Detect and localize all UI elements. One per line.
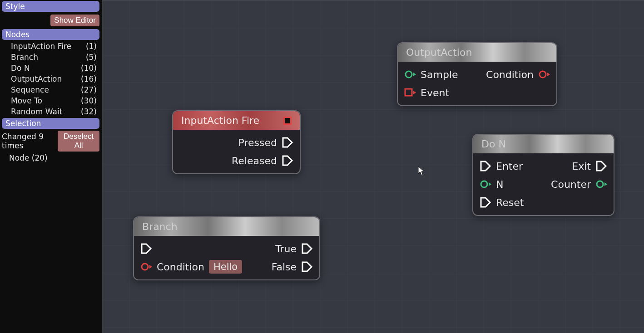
node-header[interactable]: Branch — [134, 217, 319, 236]
port-row: Sample Condition — [404, 65, 550, 83]
node-entry-count: (27) — [81, 85, 97, 94]
node-body: Pressed Released — [173, 130, 300, 173]
port-label: True — [275, 243, 297, 255]
node-entry-count: (10) — [81, 64, 97, 73]
input-port[interactable]: Event — [404, 87, 449, 98]
selection-header[interactable]: Selection — [2, 118, 99, 129]
port-label: N — [496, 179, 503, 190]
graph-canvas[interactable]: InputAction Fire Pressed Released — [102, 0, 644, 333]
port-row: Event — [404, 83, 550, 102]
output-port[interactable]: Condition — [486, 69, 550, 80]
node-title: Branch — [142, 221, 178, 232]
port-row: N Counter — [480, 175, 607, 193]
input-port[interactable]: Sample — [404, 69, 458, 80]
node-entry[interactable]: InputAction Fire (1) — [2, 41, 99, 52]
port-label: Pressed — [238, 137, 277, 148]
exec-port-icon — [282, 137, 293, 148]
port-label: Sample — [421, 69, 458, 80]
node-entry[interactable]: Sequence (27) — [2, 84, 99, 95]
port-label: Event — [421, 87, 449, 98]
node-title: InputAction Fire — [181, 115, 259, 126]
node-output-action[interactable]: OutputAction Sample Condition — [397, 42, 557, 106]
data-port-icon — [404, 69, 416, 80]
svg-marker-7 — [149, 265, 152, 269]
exec-port-icon — [595, 160, 607, 172]
svg-marker-5 — [413, 91, 416, 94]
port-row: Enter Exit — [480, 157, 607, 175]
condition-value-field[interactable]: Hello — [209, 260, 242, 274]
port-row: Released — [179, 152, 293, 170]
output-port[interactable]: Exit — [572, 160, 607, 172]
sidebar: Style Show Editor Nodes InputAction Fire… — [0, 0, 101, 333]
svg-marker-11 — [604, 182, 607, 186]
node-entry-name: Do N — [11, 64, 30, 73]
data-port-icon — [538, 69, 550, 80]
output-port[interactable]: True — [275, 243, 313, 255]
port-label: Enter — [496, 161, 523, 172]
node-entry-name: OutputAction — [11, 74, 62, 83]
event-port-icon — [404, 87, 416, 98]
node-entry-count: (16) — [81, 74, 97, 83]
selection-row: Changed 9 times Deselect All — [0, 130, 101, 152]
port-row: Pressed — [179, 133, 293, 152]
node-entry[interactable]: Random Wait (32) — [2, 106, 99, 117]
node-header[interactable]: Do N — [473, 135, 614, 153]
output-port[interactable]: False — [272, 261, 313, 273]
svg-point-8 — [481, 181, 487, 187]
exec-port-icon — [301, 243, 313, 255]
port-label: Counter — [551, 179, 591, 190]
port-row: Condition Hello False — [140, 258, 313, 276]
node-entry[interactable]: Move To (30) — [2, 95, 99, 106]
port-label: False — [272, 261, 297, 273]
svg-point-6 — [142, 264, 148, 270]
node-branch[interactable]: Branch True — [133, 216, 320, 280]
node-entry[interactable]: Do N (10) — [2, 63, 99, 73]
selected-node-label[interactable]: Node (20) — [0, 152, 101, 163]
exec-port-icon — [282, 155, 293, 166]
nodes-list: InputAction Fire (1) Branch (5) Do N (10… — [0, 41, 101, 117]
port-label: Exit — [572, 161, 591, 172]
node-entry-name: Move To — [11, 96, 42, 105]
node-header[interactable]: OutputAction — [398, 43, 556, 62]
data-port-icon — [480, 178, 491, 190]
node-entry[interactable]: Branch (5) — [2, 52, 99, 63]
node-body: Sample Condition Event — [398, 62, 556, 105]
node-entry[interactable]: OutputAction (16) — [2, 73, 99, 84]
node-entry-count: (5) — [86, 53, 97, 62]
input-port[interactable]: N — [480, 178, 503, 190]
data-port-icon — [595, 178, 607, 190]
node-entry-name: Random Wait — [11, 107, 62, 116]
output-port[interactable]: Counter — [551, 178, 607, 190]
svg-rect-4 — [405, 89, 412, 96]
input-port[interactable]: Reset — [480, 196, 524, 208]
exec-port-icon — [480, 160, 491, 172]
port-label: Released — [232, 155, 277, 166]
port-row: Reset — [480, 193, 607, 211]
port-label: Condition — [486, 69, 534, 80]
nodes-header[interactable]: Nodes — [2, 29, 99, 40]
deselect-all-button[interactable]: Deselect All — [58, 131, 99, 152]
node-do-n[interactable]: Do N Enter Exit — [472, 134, 614, 216]
node-entry-count: (1) — [86, 42, 97, 51]
output-port[interactable]: Released — [232, 155, 293, 166]
port-row: True — [140, 240, 313, 258]
output-port[interactable]: Pressed — [238, 137, 293, 148]
svg-point-10 — [597, 181, 603, 187]
input-port[interactable]: Enter — [480, 160, 523, 172]
node-entry-name: Sequence — [11, 85, 49, 94]
svg-point-2 — [540, 71, 546, 78]
node-entry-count: (30) — [81, 96, 97, 105]
input-port[interactable] — [140, 243, 152, 255]
selection-changed-text: Changed 9 times — [2, 132, 58, 150]
svg-point-0 — [406, 71, 412, 78]
node-title: Do N — [481, 138, 506, 150]
show-editor-button[interactable]: Show Editor — [50, 15, 99, 26]
style-header[interactable]: Style — [2, 1, 99, 12]
port-label: Reset — [496, 197, 524, 208]
node-input-action-fire[interactable]: InputAction Fire Pressed Released — [172, 110, 301, 174]
svg-marker-3 — [547, 73, 550, 76]
input-port[interactable]: Condition Hello — [140, 260, 242, 274]
svg-marker-9 — [489, 182, 491, 186]
node-header[interactable]: InputAction Fire — [173, 111, 300, 130]
port-label: Condition — [157, 261, 204, 273]
